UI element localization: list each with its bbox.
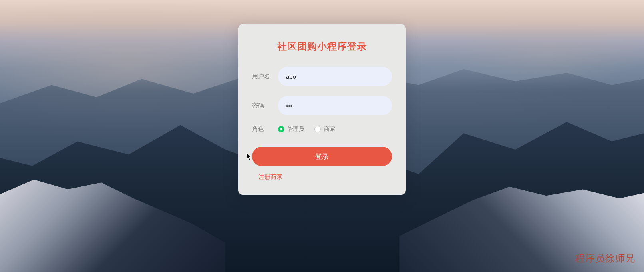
role-label: 角色: [252, 125, 278, 133]
role-radio-merchant-label: 商家: [324, 126, 335, 133]
watermark: 程序员徐师兄: [575, 252, 635, 265]
page-title: 社区团购小程序登录: [252, 40, 392, 53]
radio-icon: [314, 126, 321, 132]
role-radio-merchant[interactable]: 商家: [314, 126, 335, 133]
radio-icon: [278, 126, 284, 132]
login-card: 社区团购小程序登录 用户名 密码 角色 管理员 商家 登录 注册商家: [238, 24, 406, 195]
role-radio-group: 管理员 商家: [278, 126, 335, 133]
register-merchant-link[interactable]: 注册商家: [252, 173, 392, 181]
username-input[interactable]: [278, 67, 392, 86]
role-row: 角色 管理员 商家: [252, 125, 392, 133]
login-button[interactable]: 登录: [252, 147, 392, 166]
username-label: 用户名: [252, 73, 278, 80]
role-radio-admin-label: 管理员: [288, 126, 304, 133]
username-row: 用户名: [252, 67, 392, 86]
password-label: 密码: [252, 102, 278, 110]
password-row: 密码: [252, 96, 392, 115]
password-input[interactable]: [278, 96, 392, 115]
role-radio-admin[interactable]: 管理员: [278, 126, 304, 133]
